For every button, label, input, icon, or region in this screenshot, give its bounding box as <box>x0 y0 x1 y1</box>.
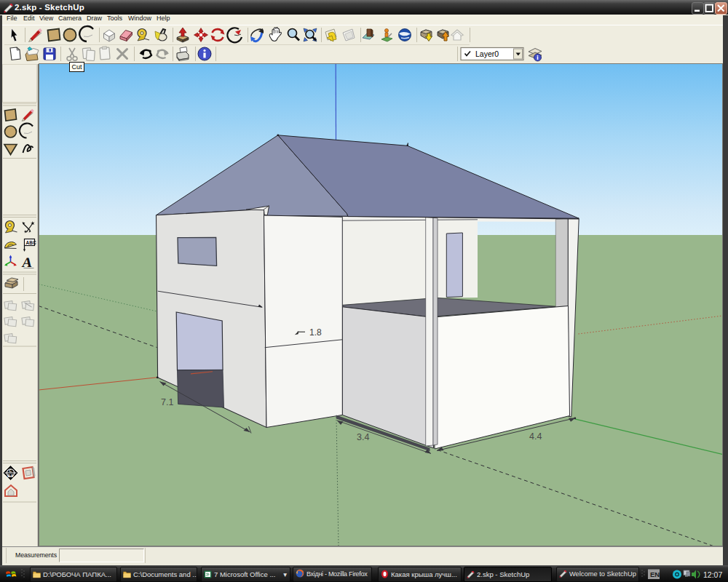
svg-text:B-S: B-S <box>8 474 14 478</box>
svg-text:EN: EN <box>650 570 660 578</box>
svg-text:3.4: 3.4 <box>357 432 369 442</box>
svg-text:1.8: 1.8 <box>309 327 322 338</box>
svg-text:4.4: 4.4 <box>529 431 542 442</box>
svg-text:7.1: 7.1 <box>161 397 173 407</box>
svg-text:Layer0: Layer0 <box>475 49 499 58</box>
svg-text:ABC: ABC <box>26 240 36 245</box>
svg-text:C: C <box>9 469 12 473</box>
svg-text:12:07: 12:07 <box>703 570 722 579</box>
